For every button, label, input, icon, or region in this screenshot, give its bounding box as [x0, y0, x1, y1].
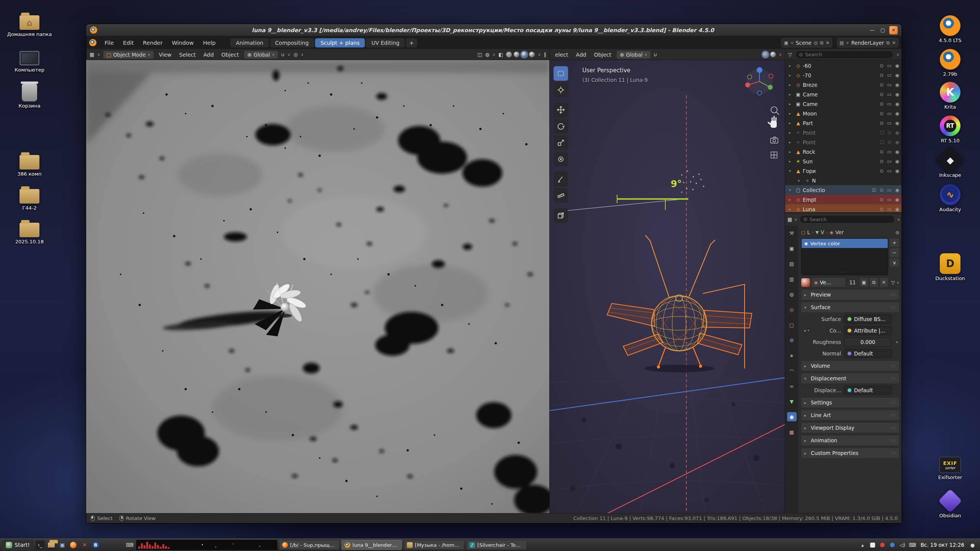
normal-dropdown[interactable]: Default [844, 349, 892, 358]
section-volume[interactable]: ▸Volume∷∷ [801, 361, 899, 371]
disable-render-icon[interactable]: ◉ [895, 130, 899, 135]
gizmo-toggle-icon[interactable]: ◫ [477, 52, 482, 57]
disable-viewport-icon[interactable]: ▭ [887, 82, 892, 88]
taskbar-clock[interactable]: Вс. 19 окт 12:26 [919, 542, 966, 548]
checkbox-icon[interactable]: ☐ [880, 130, 884, 135]
taskbar-window-blender[interactable]: luna 9__blender_... [341, 540, 402, 550]
desktop-icon-blender-279[interactable]: 2.79b [927, 49, 973, 77]
blender-menu-icon[interactable] [89, 39, 96, 46]
copy-icon[interactable]: ⧉ [886, 40, 890, 46]
outliner-row[interactable]: ▸☀Point☐⊙◉ [785, 128, 902, 137]
unlink-material-icon[interactable]: ✕ [880, 278, 888, 287]
minimize-button[interactable]: — [868, 26, 876, 34]
desktop-icon-audacity[interactable]: ∿Audacity [927, 184, 973, 213]
hide-viewport-icon[interactable]: ⊙ [880, 111, 884, 116]
xkill-icon[interactable]: ✕ [80, 540, 89, 549]
outliner-row[interactable]: ▸▣Came⊙▭◉ [785, 99, 902, 109]
chevron-down-icon[interactable]: ∨ [897, 52, 899, 57]
maximize-button[interactable]: ▢ [879, 26, 887, 34]
shading-solid-icon[interactable] [770, 52, 776, 57]
tab-particles[interactable]: ∗ [787, 351, 797, 360]
tab-object[interactable]: ▢ [787, 320, 797, 329]
outliner-row[interactable]: ▸▿N [785, 176, 902, 185]
disable-render-icon[interactable]: ◉ [895, 111, 899, 116]
hide-viewport-icon[interactable]: ⊙ [880, 168, 884, 174]
taskbar-window-files[interactable]: [Музыка - /home... [404, 540, 464, 550]
slot-specials-button[interactable]: ∨ [890, 258, 899, 267]
show-desktop-icon[interactable]: ▣ [58, 540, 67, 549]
disable-render-icon[interactable]: ◉ [895, 149, 899, 155]
disable-viewport-icon[interactable]: ▭ [887, 63, 892, 68]
scene-selector[interactable]: ▣∨ Scene ◎ ⧉ ✕ [781, 38, 832, 47]
taskbar-window-firefox[interactable]: [/b/ - Sup,прыще... [279, 540, 340, 550]
pin-icon[interactable]: ◎ [895, 230, 899, 235]
disable-render-icon[interactable]: ◉ [895, 101, 899, 107]
tab-modifiers[interactable]: ⚙ [787, 336, 797, 345]
hide-viewport-icon[interactable]: ⊙ [880, 187, 884, 193]
unlink-icon[interactable]: ✕ [892, 40, 896, 46]
outliner-row[interactable]: ▸☀Point☐⊙◉ [785, 137, 902, 147]
properties-search[interactable]: ⊙ [800, 215, 895, 223]
overlays-toggle-icon[interactable]: ◍ [485, 52, 489, 57]
menu-render[interactable]: Render [139, 38, 167, 47]
bluetooth-icon[interactable]: B [91, 540, 100, 549]
hide-viewport-icon[interactable]: ⊙ [880, 91, 884, 97]
outliner-row[interactable]: ▸◇Breze⊙▭◉ [785, 80, 902, 90]
keyboard-icon[interactable]: ⌨ [125, 540, 134, 549]
outliner-row[interactable]: ▸☀Sun⊙▭◉ [785, 156, 902, 166]
snap-magnet-icon[interactable]: ∪ [281, 52, 285, 57]
desktop-icon-inkscape[interactable]: ◆Inkscape [927, 150, 973, 178]
disable-render-icon[interactable]: ◉ [895, 158, 899, 164]
shading-rendered-icon[interactable] [529, 52, 535, 57]
desktop-icon-home[interactable]: Домашняя папка [7, 15, 52, 37]
tab-view-layer[interactable]: ▥ [787, 274, 797, 284]
user-applet-icon[interactable]: ● [969, 542, 976, 548]
animate-dot-icon[interactable]: • [895, 339, 899, 345]
outliner-row[interactable]: ▸▲Part⊙▭◉ [785, 118, 902, 128]
desktop-icon-krita[interactable]: KKrita [927, 82, 973, 110]
tab-tool[interactable]: ⚒ [787, 228, 797, 238]
shading-material-icon[interactable] [521, 52, 527, 57]
menu-help[interactable]: Help [199, 38, 220, 47]
add-menu[interactable]: Add [201, 51, 216, 59]
disable-viewport-icon[interactable]: ▭ [887, 111, 892, 116]
desktop-icon-obsidian[interactable]: Obsidian [927, 491, 973, 519]
tab-constraints[interactable]: ∞ [787, 381, 797, 391]
properties-editor-icon[interactable]: ▦ [787, 217, 792, 222]
pause-icon[interactable]: ‖ [544, 52, 547, 57]
orientation-dropdown[interactable]: ⊕Global∨ [244, 51, 278, 59]
desktop-icon-rt510[interactable]: RTRT 5.10 [927, 116, 973, 144]
tool-rotate[interactable] [554, 119, 568, 134]
title-bar[interactable]: luna 9__blender_v3.3 [/media/andrey/File… [86, 24, 902, 36]
hide-viewport-icon[interactable]: ⊙ [880, 197, 884, 202]
add-slot-button[interactable]: + [890, 238, 899, 247]
disable-render-icon[interactable]: ◉ [895, 197, 899, 202]
object-menu[interactable]: Object [591, 51, 614, 59]
tool-transform[interactable] [554, 152, 568, 166]
surface-shader-dropdown[interactable]: Diffuse BS... [844, 315, 892, 324]
audio-spectrum-applet[interactable] [136, 540, 277, 550]
chevron-down-icon[interactable]: ∨ [301, 52, 304, 57]
chevron-down-icon[interactable]: ∨ [538, 52, 541, 57]
workspace-tab-compositing[interactable]: Compositing [270, 38, 314, 47]
pin-icon[interactable]: ◎ [814, 40, 818, 46]
section-surface[interactable]: ▾Surface∷∷ [801, 302, 899, 312]
outliner-row[interactable]: ▸◇Luna⊙▭◉ [785, 204, 902, 213]
chevron-down-icon[interactable]: ∨ [493, 52, 495, 57]
hide-viewport-icon[interactable]: ⊙ [888, 139, 892, 145]
wireframe-viewport[interactable]: 9° [549, 60, 785, 514]
desktop-icon-folder-g44[interactable]: Г44-2 [7, 189, 52, 211]
tray-expand-icon[interactable]: ▴ [859, 542, 866, 548]
tray-network-icon[interactable] [889, 542, 896, 548]
disable-viewport-icon[interactable]: ▭ [887, 72, 892, 78]
start-button[interactable]: Start! [2, 540, 34, 550]
section-line-art[interactable]: ▸Line Art∷∷ [801, 410, 899, 420]
displacement-dropdown[interactable]: Default [844, 386, 892, 395]
view-menu[interactable]: View [157, 51, 174, 59]
hide-viewport-icon[interactable]: ⊙ [880, 101, 884, 107]
disable-viewport-icon[interactable]: ▭ [887, 168, 892, 174]
outliner-row[interactable]: ▸▣Came⊙▭◉ [785, 90, 902, 99]
hide-viewport-icon[interactable]: ⊙ [888, 130, 892, 135]
tool-cursor[interactable] [554, 83, 568, 97]
desktop-icon-duckstation[interactable]: DDuckstation [927, 253, 973, 282]
